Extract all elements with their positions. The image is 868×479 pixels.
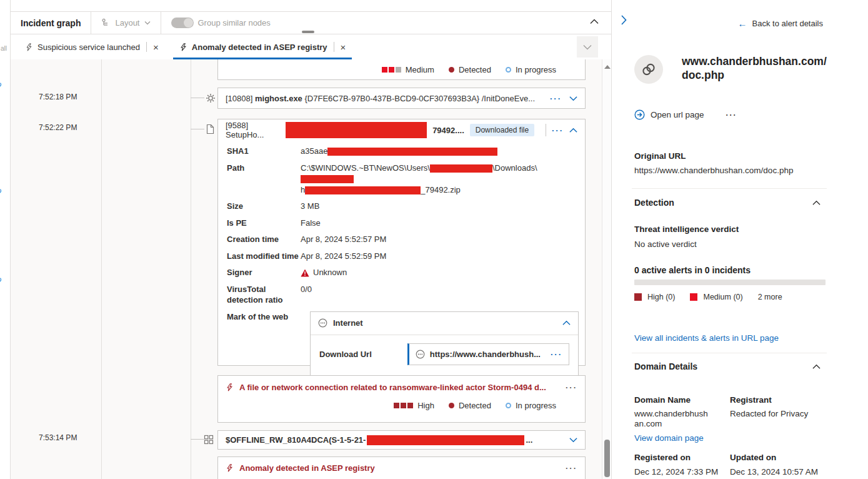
more-icon[interactable]: ··· [566, 383, 577, 392]
registry-card-offline[interactable]: $OFFLINE_RW_810A4DCA(S-1-5-21- ... [217, 430, 586, 450]
detected-label: Detected [459, 401, 491, 410]
bolt-icon [25, 43, 33, 52]
severity-squares [394, 403, 413, 408]
scroll-up-arrow[interactable] [604, 65, 611, 69]
timestamp: 7:53:14 PM [39, 433, 77, 442]
event-card-partial[interactable]: Medium Detected In progress [217, 59, 586, 80]
more-icon[interactable]: ··· [552, 126, 564, 135]
registrant-column: Registrant Redacted for Privacy [730, 395, 836, 418]
chevron-up-icon[interactable] [812, 364, 821, 370]
chevron-down-icon[interactable] [569, 437, 577, 443]
medium-severity-square [690, 293, 697, 301]
chevron-up-icon[interactable] [569, 128, 577, 133]
timestamp: 7:52:18 PM [39, 93, 77, 101]
detail-label: SHA1 [227, 146, 301, 157]
circle-dots-icon [416, 350, 425, 359]
close-icon[interactable]: × [153, 43, 159, 52]
divider [546, 124, 546, 136]
domain-name-value: www.chanderbhushan.com [634, 409, 712, 429]
gear-icon[interactable] [206, 93, 216, 103]
severity-status-legend: Medium Detected In progress [382, 65, 556, 74]
chevron-down-icon [144, 21, 151, 25]
detail-value-ispe: False [301, 218, 579, 229]
expand-panel-chevron-icon[interactable] [621, 15, 627, 25]
download-url-label: Download Url [319, 349, 407, 360]
group-similar-nodes-control: Group similar nodes [161, 12, 281, 34]
redacted-block [430, 164, 492, 173]
view-domain-page-link[interactable]: View domain page [634, 433, 728, 443]
detail-label: VirusTotal detection ratio [227, 284, 301, 306]
updated-on-value: Dec 13, 2024 10:57 AM [730, 467, 842, 476]
registrant-label: Registrant [730, 395, 836, 405]
tab-suspicious-service-launched[interactable]: Suspicious service launched × [19, 34, 165, 59]
drag-handle[interactable] [302, 31, 314, 33]
bolt-icon [226, 383, 234, 392]
bolt-icon [226, 463, 234, 473]
registrant-value: Redacted for Privacy [730, 409, 836, 418]
tab-scroll-button[interactable] [577, 36, 598, 58]
severity-squares [382, 67, 401, 73]
ti-verdict-value: No active verdict [634, 239, 697, 249]
detail-value-sha1: a35aae [301, 146, 579, 157]
view-all-incidents-link[interactable]: View all incidents & alerts in URL page [634, 333, 779, 343]
more-icon[interactable]: ··· [550, 94, 562, 103]
chevron-down-icon[interactable] [569, 96, 577, 101]
high-label: High (0) [647, 293, 675, 301]
vertical-scrollbar[interactable] [602, 59, 611, 479]
tab-separator [146, 42, 147, 52]
registry-key-suffix: ... [526, 435, 532, 445]
chevron-up-icon[interactable] [812, 200, 821, 206]
refresh-icon[interactable]: ↻ [0, 80, 2, 89]
close-icon[interactable]: × [341, 43, 346, 52]
tab-anomaly-detected-asep[interactable]: Anomaly detected in ASEP registry × [173, 34, 352, 59]
timeline-axis [191, 59, 191, 479]
domain-details-section-header[interactable]: Domain Details [634, 361, 821, 371]
severity-label: Medium [406, 65, 434, 74]
incident-graph-panel: Incident graph Layout Group similar node… [11, 11, 611, 479]
detail-label: Is PE [227, 218, 301, 229]
registry-key-name: $OFFLINE_RW_810A4DCA(S-1-5-21- [226, 435, 366, 445]
file-icon[interactable] [206, 124, 215, 134]
refresh-icon[interactable]: ↻ [0, 275, 2, 285]
layout-icon [101, 18, 111, 28]
more-icon[interactable]: ··· [566, 463, 577, 473]
file-name-suffix: 79492.... [432, 126, 464, 135]
download-url-chip[interactable]: https://www.chanderbhush... ··· [407, 343, 569, 366]
detail-value-signer: Unknown [301, 267, 579, 278]
chevron-up-icon[interactable] [562, 320, 571, 326]
rail-clipped-text: all [1, 45, 7, 52]
updated-on-column: Updated on Dec 13, 2024 10:57 AM [730, 453, 842, 476]
alert-card-storm[interactable]: A file or network connection related to … [217, 375, 586, 423]
back-to-alert-details-link[interactable]: ← Back to alert details [738, 18, 823, 29]
detail-value-modified: Apr 8, 2024 5:52:59 PM [301, 251, 579, 262]
detection-section-header[interactable]: Detection [634, 198, 821, 208]
refresh-icon[interactable]: ↻ [0, 186, 2, 196]
registry-icon[interactable] [204, 435, 214, 445]
collapse-chevron-icon[interactable] [590, 19, 599, 24]
timeline-divider [101, 59, 102, 479]
in-progress-label: In progress [516, 65, 556, 74]
original-url-value: https://www.chanderbhushan.com/doc.php [634, 166, 793, 175]
layout-button[interactable]: Layout [91, 12, 161, 34]
more-severities-label[interactable]: 2 more [758, 293, 782, 301]
tab-separator [334, 42, 334, 52]
go-icon [634, 109, 645, 120]
incident-graph-title-cell: Incident graph [11, 12, 91, 34]
domain-name-label: Domain Name [634, 395, 728, 405]
detail-value-path: C:\$WINDOWS.~BT\NewOS\Users\\Downloads\ … [301, 163, 579, 196]
url-avatar [634, 55, 663, 84]
more-icon[interactable]: ··· [551, 349, 562, 360]
back-label: Back to alert details [752, 19, 823, 28]
warning-icon [301, 269, 309, 277]
process-card-mighost[interactable]: [10808] mighost.exe {D7FE6C7B-97B0-437B-… [217, 88, 586, 109]
alert-card-anomaly[interactable]: Anomaly detected in ASEP registry ··· [217, 456, 586, 479]
file-card-setuphost[interactable]: [9588] SetupHo... 79492.... Downloaded f… [217, 119, 586, 366]
scrollbar-thumb[interactable] [604, 440, 610, 477]
registered-on-label: Registered on [634, 453, 728, 462]
group-similar-nodes-toggle[interactable] [171, 18, 194, 28]
more-icon[interactable]: ··· [726, 111, 737, 119]
file-pid-name: [9588] SetupHo... [226, 121, 280, 139]
alert-tab-bar: Suspicious service launched × Anomaly de… [11, 34, 611, 59]
open-url-page-button[interactable]: Open url page [634, 109, 704, 120]
original-url-label: Original URL [634, 151, 686, 161]
